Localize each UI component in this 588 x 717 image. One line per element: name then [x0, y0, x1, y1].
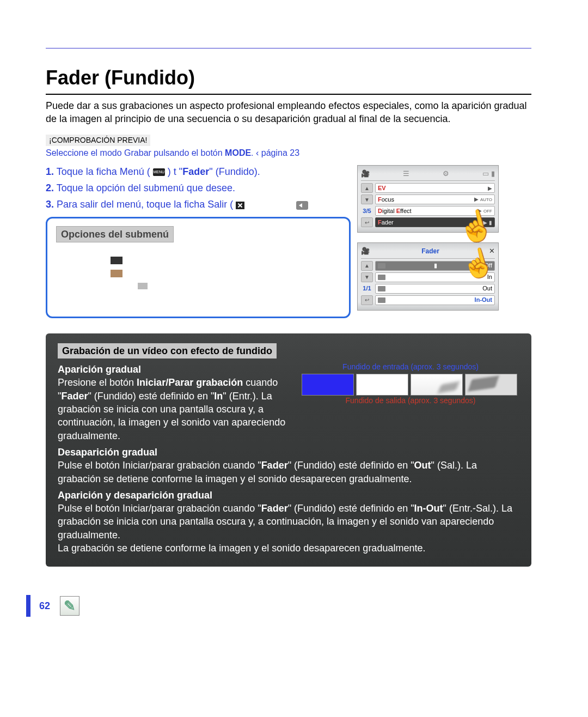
menu-icon: MENU — [153, 168, 165, 176]
fade-effect-panel: Grabación de un vídeo con efecto de fund… — [46, 333, 531, 567]
step-2: 2. Toque la opción del submenú que desee… — [46, 181, 351, 195]
scroll-up-button[interactable]: ▲ — [361, 183, 373, 193]
scroll-down-button[interactable]: ▼ — [361, 272, 373, 282]
pointing-hand-icon: ☝ — [460, 254, 495, 274]
fader-title: Fader — [419, 247, 439, 256]
fader-option-inout[interactable]: In-Out — [375, 295, 495, 305]
pointing-hand-icon: ☝ — [456, 216, 494, 236]
fade-in-heading: Aparición gradual — [58, 363, 293, 376]
precheck-label: ¡COMPROBACIÓN PREVIA! — [46, 135, 150, 146]
precheck-a: Seleccione el modo Grabar pulsando el bo… — [46, 148, 225, 157]
menu-item-ev[interactable]: EV▶ — [375, 183, 495, 193]
step-1: 1. Toque la ficha Menú ( MENU ) t "Fader… — [46, 165, 351, 178]
fade-inout-text-2: La grabación se detiene conforme la imag… — [58, 542, 519, 555]
note-icon: ✎ — [60, 596, 79, 616]
p3d: In-Out — [414, 503, 443, 514]
p3c: " (Fundido) esté definido en " — [288, 503, 414, 514]
ev-label: EV — [378, 185, 386, 191]
option-icon-3 — [138, 283, 148, 289]
gear-icon: ⚙ — [443, 169, 449, 179]
fade-frame-4 — [465, 374, 517, 396]
options-icons — [56, 257, 340, 289]
precheck-c: . ‹ página 23 — [251, 148, 299, 157]
menu-item-focus[interactable]: Focus▶ AUTO — [375, 195, 495, 204]
scroll-down-button[interactable]: ▼ — [361, 195, 373, 204]
fade-inout-text: Pulse el botón Iniciar/parar grabación c… — [58, 502, 519, 542]
camcorder-mode-icon: 🎥 — [361, 169, 370, 179]
intro-paragraph: Puede dar a sus grabaciones un aspecto p… — [46, 99, 531, 126]
camera-menu-screen-2: 🎥 Fader ✕ ▲ ▮ Off ▼ In 1/1 Out ↩ In-Out … — [357, 242, 499, 311]
options-title: Opciones del submenú — [56, 226, 174, 242]
p2b: Fader — [261, 460, 288, 471]
fade-out-caption: Fundido de salida (aprox. 3 segundos) — [302, 397, 519, 405]
de-d: ffect — [400, 208, 412, 214]
fade-in-text: Presione el botón Iniciar/Parar grabació… — [58, 376, 293, 442]
s1d: " (Fundido). — [209, 166, 260, 177]
steps-list: 1. Toque la ficha Menú ( MENU ) t "Fader… — [46, 165, 351, 211]
p1e: " (Fundido) esté definido en " — [88, 391, 214, 402]
camcorder-mode-icon: 🎥 — [361, 246, 370, 256]
p1f: In — [214, 391, 223, 402]
de-c: E — [396, 208, 400, 214]
precheck-mode: MODE — [225, 148, 251, 157]
page-title: Fader (Fundido) — [46, 65, 531, 92]
fade-out-heading: Desaparición gradual — [58, 446, 519, 459]
p2d: Out — [414, 460, 431, 471]
p2a: Pulse el botón Iniciar/parar grabación c… — [58, 460, 261, 471]
close-icon — [236, 202, 244, 209]
out-opt: Out — [482, 284, 492, 293]
page-number: 62 — [39, 599, 50, 612]
camera-menu-screen-1: 🎥 ☰ ⚙ ▭ ▮ ▲ EV▶ ▼ Focus▶ AUTO 3/5 — [357, 165, 499, 233]
s2: Toque la opción del submenú que desee. — [57, 183, 235, 193]
de-a: D — [378, 208, 382, 214]
pager-2: 1/1 — [361, 284, 373, 293]
p2c: " (Fundido) esté definido en " — [288, 460, 414, 471]
fader-a: F — [378, 219, 382, 226]
fade-out-text: Pulse el botón Iniciar/parar grabación c… — [58, 459, 519, 485]
back-icon — [296, 201, 308, 210]
p1a: Presione el botón — [58, 377, 137, 388]
auto-label: AUTO — [480, 197, 492, 202]
panel-title: Grabación de un vídeo con efecto de fund… — [58, 343, 277, 358]
battery-icon: ▭ ▮ — [482, 169, 495, 179]
back-button[interactable]: ↩ — [361, 295, 373, 305]
inout-opt: In-Out — [475, 296, 492, 304]
top-rule — [46, 48, 531, 48]
s1b: ) t " — [168, 166, 182, 177]
s3a: Para salir del menú, toque la ficha Sali… — [57, 199, 233, 210]
s1c: Fader — [182, 166, 209, 177]
fader-option-out[interactable]: Out — [375, 284, 495, 294]
fade-inout-heading: Aparición y desaparición gradual — [58, 489, 519, 502]
submenu-options-box: Opciones del submenú — [46, 217, 351, 318]
list-icon: ☰ — [403, 169, 409, 179]
p3b: Fader — [261, 503, 288, 514]
fade-frame-2 — [356, 374, 408, 396]
de-b: igital — [382, 208, 396, 214]
fader-b: ader — [382, 219, 394, 226]
pager-1: 3/5 — [361, 207, 373, 215]
fade-illustration: Fundido de entrada (aprox. 3 segundos) F… — [302, 362, 519, 407]
p1d: Fader — [61, 391, 88, 402]
s1a: Toque la ficha Menú ( — [57, 166, 150, 177]
precheck-text: Seleccione el modo Grabar pulsando el bo… — [46, 148, 299, 157]
page-footer: 62 ✎ — [26, 595, 555, 617]
p1b: Iniciar/Parar grabación — [137, 377, 243, 388]
option-icon-2 — [111, 270, 122, 277]
title-underline — [46, 94, 531, 95]
fade-in-caption: Fundido de entrada (aprox. 3 segundos) — [302, 363, 519, 371]
back-button[interactable]: ↩ — [361, 217, 373, 227]
fade-frame-3 — [411, 374, 463, 396]
precheck-block: ¡COMPROBACIÓN PREVIA! Seleccione el modo… — [46, 133, 531, 160]
footer-tab — [26, 595, 30, 617]
scroll-up-button[interactable]: ▲ — [361, 261, 373, 271]
fade-frame-1 — [302, 374, 354, 396]
option-icon-1 — [111, 257, 122, 264]
p3a: Pulse el botón Iniciar/parar grabación c… — [58, 503, 261, 514]
step-3: 3. Para salir del menú, toque la ficha S… — [46, 198, 351, 211]
